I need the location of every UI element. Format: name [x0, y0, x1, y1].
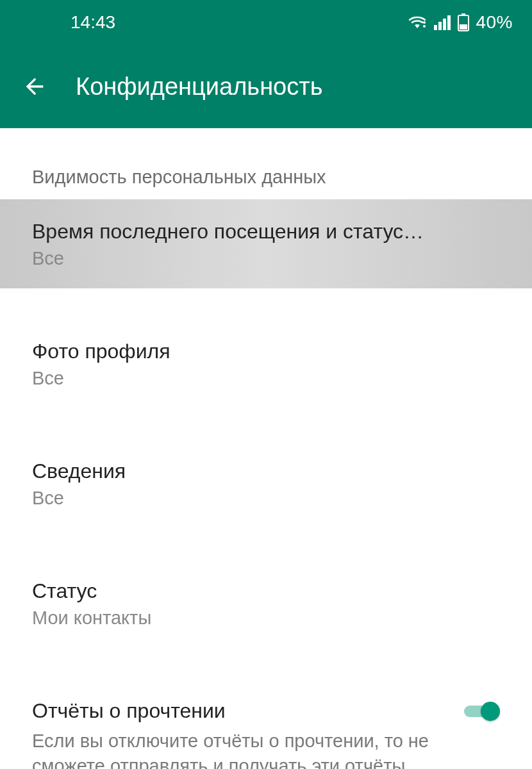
setting-profile-photo[interactable]: Фото профиля Все — [0, 319, 532, 408]
item-title: Сведения — [32, 458, 500, 484]
setting-read-receipts[interactable]: Отчёты о прочтении Если вы отключите отч… — [0, 679, 532, 769]
svg-point-1 — [423, 21, 426, 24]
signal-icon — [433, 15, 451, 30]
setting-about[interactable]: Сведения Все — [0, 439, 532, 528]
section-header-visibility: Видимость персональных данных — [0, 128, 532, 199]
toggle-thumb — [481, 702, 500, 721]
status-bar: 14:43 40% — [0, 0, 532, 45]
item-description: Если вы отключите отчёты о прочтении, то… — [32, 729, 451, 769]
svg-rect-8 — [460, 24, 467, 29]
item-title: Отчёты о прочтении — [32, 698, 451, 724]
back-button[interactable] — [19, 71, 50, 102]
arrow-left-icon — [22, 74, 47, 99]
item-value: Все — [32, 488, 500, 509]
spacer — [0, 288, 532, 319]
svg-rect-5 — [447, 15, 451, 30]
item-value: Все — [32, 248, 500, 269]
item-title: Статус — [32, 578, 500, 604]
battery-percentage: 40% — [476, 12, 513, 33]
read-receipts-toggle[interactable] — [464, 702, 500, 721]
item-texts: Время последнего посещения и статус… Все — [32, 219, 500, 269]
status-time: 14:43 — [71, 12, 115, 33]
svg-rect-2 — [434, 25, 437, 30]
spacer — [0, 408, 532, 439]
app-bar: Конфиденциальность — [0, 45, 532, 128]
svg-point-0 — [423, 25, 426, 28]
svg-rect-4 — [443, 19, 446, 30]
item-texts: Фото профиля Все — [32, 338, 500, 389]
wifi-icon — [408, 15, 427, 30]
svg-rect-3 — [438, 22, 442, 30]
setting-last-seen[interactable]: Время последнего посещения и статус… Все — [0, 199, 532, 288]
battery-icon — [458, 13, 469, 31]
item-value: Все — [32, 368, 500, 389]
item-texts: Статус Мои контакты — [32, 578, 500, 629]
item-title: Время последнего посещения и статус… — [32, 219, 500, 244]
setting-status[interactable]: Статус Мои контакты — [0, 559, 532, 648]
spacer — [0, 528, 532, 559]
item-texts: Отчёты о прочтении Если вы отключите отч… — [32, 698, 451, 769]
page-title: Конфиденциальность — [76, 73, 322, 101]
item-texts: Сведения Все — [32, 458, 500, 509]
spacer — [0, 648, 532, 679]
item-title: Фото профиля — [32, 338, 500, 364]
content: Видимость персональных данных Время посл… — [0, 128, 532, 769]
item-value: Мои контакты — [32, 608, 500, 629]
status-right: 40% — [408, 12, 513, 33]
